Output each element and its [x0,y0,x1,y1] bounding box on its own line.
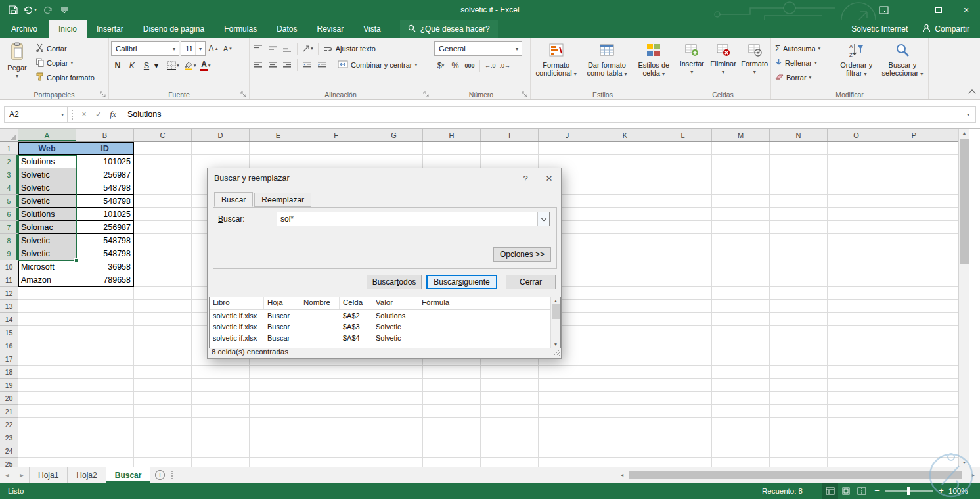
column-header-f[interactable]: F [307,129,365,141]
cell-C7[interactable] [134,221,192,234]
cell-C5[interactable] [134,195,192,208]
tab-splitter-handle[interactable] [171,471,175,479]
cell-J20[interactable] [539,392,596,405]
column-header-j[interactable]: J [539,129,596,141]
cell-P23[interactable] [885,431,943,444]
cell-F20[interactable] [307,392,365,405]
cell-B23[interactable] [76,431,134,444]
cell-O15[interactable] [828,326,885,339]
cell-I19[interactable] [481,379,539,392]
cell-M3[interactable] [712,168,770,181]
cell-stub[interactable] [943,339,958,352]
result-row-3[interactable]: solvetic if.xlsxBuscar$A$4Solvetic [210,332,560,343]
cell-L2[interactable] [654,155,712,168]
cell-M21[interactable] [712,405,770,418]
cell-G18[interactable] [365,366,423,379]
cell-M22[interactable] [712,418,770,431]
cell-G22[interactable] [365,418,423,431]
cell-L11[interactable] [654,273,712,287]
cell-F25[interactable] [307,458,365,467]
cell-K7[interactable] [596,221,654,234]
column-header-d[interactable]: D [192,129,250,141]
decrease-decimal-button[interactable]: .0→ [499,59,512,72]
cell-C14[interactable] [134,313,192,326]
cell-H24[interactable] [423,444,481,458]
redo-icon[interactable] [39,1,55,18]
cell-B17[interactable] [76,352,134,366]
cell-C24[interactable] [134,444,192,458]
increase-indent-icon[interactable] [315,58,328,72]
cell-N22[interactable] [770,418,828,431]
cell-A11[interactable]: Amazon [18,273,76,287]
cell-L6[interactable] [654,208,712,221]
cell-M12[interactable] [712,287,770,300]
cell-M19[interactable] [712,379,770,392]
cell-K11[interactable] [596,273,654,287]
cell-N23[interactable] [770,431,828,444]
maximize-button[interactable] [925,0,952,20]
cell-D1[interactable] [192,142,250,155]
cell-L15[interactable] [654,326,712,339]
ribbon-tab-datos[interactable]: Datos [267,20,307,38]
cell-M14[interactable] [712,313,770,326]
cut-button[interactable]: Cortar [33,41,97,55]
zoom-slider[interactable] [885,490,933,492]
row-header-4[interactable]: 4 [0,181,18,195]
cell-K8[interactable] [596,234,654,247]
row-header-19[interactable]: 19 [0,379,18,392]
cell-K15[interactable] [596,326,654,339]
cell-G23[interactable] [365,431,423,444]
cell-I22[interactable] [481,418,539,431]
ribbon-tab-dise-o-de-p-gina[interactable]: Diseño de página [133,20,214,38]
cell-N5[interactable] [770,195,828,208]
cell-K24[interactable] [596,444,654,458]
cell-M18[interactable] [712,366,770,379]
copy-button[interactable]: Copiar▾ [33,56,97,70]
find-all-button[interactable]: Buscar todos [367,275,422,289]
cell-A10[interactable]: Microsoft [18,260,76,273]
column-header-b[interactable]: B [76,129,134,141]
cell-E1[interactable] [250,142,307,155]
sheet-tab-hoja2[interactable]: Hoja2 [68,467,106,483]
cell-G2[interactable] [365,155,423,168]
cell-B20[interactable] [76,392,134,405]
cell-O16[interactable] [828,339,885,352]
cell-N4[interactable] [770,181,828,195]
cell-K20[interactable] [596,392,654,405]
cell-M11[interactable] [712,273,770,287]
cell-M4[interactable] [712,181,770,195]
cell-stub[interactable] [943,326,958,339]
cell-K9[interactable] [596,247,654,260]
column-header-o[interactable]: O [828,129,885,141]
row-header-10[interactable]: 10 [0,260,18,273]
cell-H18[interactable] [423,366,481,379]
cell-M17[interactable] [712,352,770,366]
cell-F22[interactable] [307,418,365,431]
close-button-window[interactable]: × [952,0,980,20]
cell-N20[interactable] [770,392,828,405]
cell-C25[interactable] [134,458,192,467]
cell-O6[interactable] [828,208,885,221]
formula-input[interactable]: Solutions [123,110,961,119]
cell-B24[interactable] [76,444,134,458]
cell-A16[interactable] [18,339,76,352]
cell-D22[interactable] [192,418,250,431]
merge-center-button[interactable]: Combinar y centrar▾ [336,58,419,72]
cell-A21[interactable] [18,405,76,418]
cell-L21[interactable] [654,405,712,418]
cell-B8[interactable]: 548798 [76,234,134,247]
cell-P12[interactable] [885,287,943,300]
cell-A25[interactable] [18,458,76,467]
cell-C16[interactable] [134,339,192,352]
fill-button[interactable]: Rellenar▾ [773,56,835,70]
name-box[interactable]: A2 ▾ [5,107,68,122]
font-name-combo[interactable]: Calibri▾ [111,41,179,56]
sheet-tab-hoja1[interactable]: Hoja1 [29,467,68,483]
cell-H19[interactable] [423,379,481,392]
cell-M25[interactable] [712,458,770,467]
cell-N21[interactable] [770,405,828,418]
column-header-l[interactable]: L [654,129,712,141]
cell-N3[interactable] [770,168,828,181]
cell-stub[interactable] [943,405,958,418]
row-header-21[interactable]: 21 [0,405,18,418]
